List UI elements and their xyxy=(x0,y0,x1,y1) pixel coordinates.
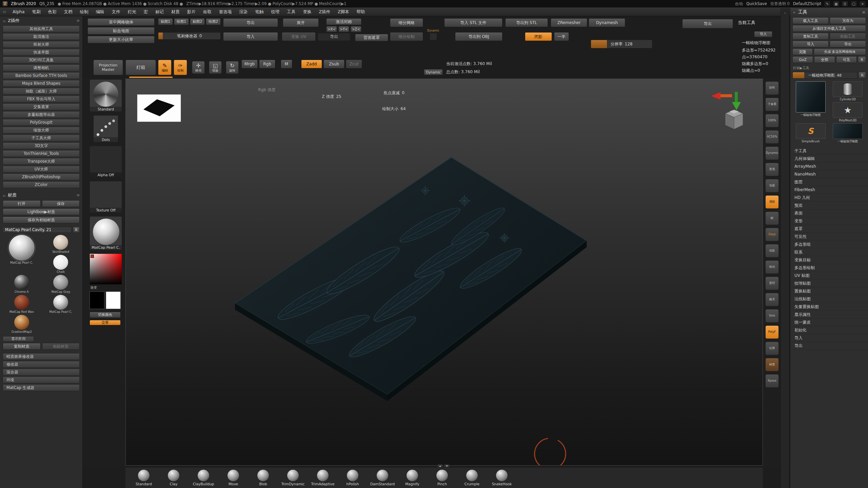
tool-section[interactable]: 导入 xyxy=(790,334,868,342)
alternate-color-button[interactable]: 交替 xyxy=(90,320,121,325)
tool-thumbnail[interactable]: 一幅植物浮雕图 xyxy=(830,123,866,144)
zplugin-item[interactable]: 3D打印工具集 xyxy=(3,57,80,63)
restore-window-icon[interactable]: ▢ xyxy=(851,1,856,6)
export-button[interactable]: 导出 xyxy=(223,18,278,27)
zplugin-item[interactable]: 取消激活 xyxy=(3,33,80,40)
lightbox-material-button[interactable]: Lightbox▶材质 xyxy=(3,208,80,215)
tool-section[interactable]: UV 贴图 xyxy=(790,272,868,280)
tool-section[interactable]: 表面 xyxy=(790,209,868,217)
brush-item[interactable]: TrimDynamic xyxy=(278,470,308,486)
shelf-icon-button[interactable]: BPR xyxy=(765,81,779,95)
export-uv-button[interactable]: 导出 xyxy=(317,32,351,41)
autosave-label[interactable]: 自动 xyxy=(735,1,743,6)
morph-uv-button[interactable]: 变换 UV xyxy=(282,32,316,41)
background-transparent-label[interactable]: 背景透明 0 xyxy=(770,1,790,6)
paint2-button[interactable]: 绘图2 xyxy=(206,18,221,25)
material-save-button[interactable]: 保存 xyxy=(42,200,80,207)
shelf-icon-button[interactable]: 帧 xyxy=(765,211,779,225)
tool-section[interactable]: 显示属性 xyxy=(790,311,868,319)
tool-section[interactable]: 多边形组 xyxy=(790,241,868,248)
import-button[interactable]: 导入 xyxy=(223,32,278,41)
gradient-label[interactable]: 渐变 xyxy=(90,285,123,290)
zplugin-item[interactable]: 抽取（减面）大师 xyxy=(3,88,80,95)
tool-section[interactable]: 法线贴图 xyxy=(790,295,868,303)
relief-model[interactable] xyxy=(126,79,763,465)
tool-section[interactable]: 变形 xyxy=(790,217,868,225)
paint1-button[interactable]: 绘图1 xyxy=(174,18,189,25)
tool-thumbnail[interactable]: SimpleBrush xyxy=(793,123,828,144)
shelf-icon-button[interactable]: Dynamic xyxy=(765,146,779,160)
zplugin-item[interactable]: 子工具大师 xyxy=(3,135,80,141)
material-section[interactable]: 修改器 xyxy=(3,361,80,368)
zplugin-item[interactable]: ZBrush到Photoshop xyxy=(3,174,80,180)
zplugin-item[interactable]: Bamboo Surface TTH tools xyxy=(3,72,80,79)
camera-gizmo[interactable] xyxy=(710,89,751,140)
zplugin-item[interactable]: 3D文字 xyxy=(3,142,80,149)
tool-section[interactable]: 导出 xyxy=(790,342,868,350)
close-icon[interactable]: ✕ xyxy=(860,1,865,6)
export-tool-button[interactable]: 导出 xyxy=(830,41,866,47)
menu-item[interactable]: Alpha xyxy=(9,7,28,16)
tool-section[interactable]: 可见性 xyxy=(790,233,868,241)
menu-item[interactable]: 编辑 xyxy=(92,7,108,16)
list-icon[interactable]: ☰ xyxy=(842,1,848,6)
goz-all-button[interactable]: 全部 xyxy=(814,56,835,63)
current-material-thumbnail[interactable]: MatCap Pearl C. xyxy=(90,216,122,250)
divide-button[interactable]: 细分网格 xyxy=(390,18,423,27)
zremesher-button[interactable]: ZRemesher xyxy=(551,18,587,27)
draw-button[interactable]: ✑ 绘制 xyxy=(174,60,187,75)
menu-grid-icon[interactable]: ⚏ xyxy=(3,9,6,14)
symmetry-x-toggle[interactable]: >X< xyxy=(326,26,337,32)
load-tool-button[interactable]: 载入工具 xyxy=(792,17,829,24)
shadow-button[interactable]: 闭影 xyxy=(525,32,552,41)
secondary-color-swatch[interactable] xyxy=(106,291,121,309)
brush-item[interactable]: Crumple xyxy=(457,470,487,486)
refresh-icon[interactable]: ⟳ xyxy=(77,194,80,197)
shelf-icon-button[interactable]: 缩放 xyxy=(765,244,779,258)
center-mesh-button[interactable]: 居中网格物体 xyxy=(87,18,155,26)
shelf-icon-button[interactable]: 轮廓 xyxy=(765,342,779,355)
shelf-icon-button[interactable]: AC50% xyxy=(765,130,779,144)
zsub-button[interactable]: Zsub xyxy=(323,60,344,68)
menu-item[interactable]: 影片 xyxy=(183,7,199,16)
material-swatch[interactable]: Chalk xyxy=(43,255,79,273)
material-section[interactable]: MatCap 生成器 xyxy=(3,384,80,391)
paste-material-button[interactable]: 粘贴材质 xyxy=(42,343,80,350)
tool-section[interactable]: 矢量置换贴图 xyxy=(790,303,868,311)
import-stl-button[interactable]: 导入 STL 文件 xyxy=(444,18,502,27)
pencil-icon[interactable]: ✎ xyxy=(825,1,830,6)
zplugin-item[interactable]: Transpose大师 xyxy=(3,158,80,165)
clone-button[interactable]: 克隆 xyxy=(792,48,813,55)
shelf-icon-button[interactable]: 材质 xyxy=(765,358,779,371)
resolution-slider[interactable]: 分辨率 128 xyxy=(591,40,652,48)
panel-divider[interactable]: ‹ xyxy=(781,8,789,488)
brush-item[interactable]: DamStandard xyxy=(368,470,397,486)
rgb-button[interactable]: Rgb xyxy=(259,60,275,68)
tool-section[interactable]: 置换贴图 xyxy=(790,287,868,295)
zplugin-item[interactable]: 交集遮罩 xyxy=(3,103,80,110)
material-section[interactable]: 混合器 xyxy=(3,369,80,375)
scale-button[interactable]: ◱ 缩放 xyxy=(209,61,222,74)
shelf-icon-button[interactable]: Solo xyxy=(765,309,779,323)
brush-item[interactable]: hPolish xyxy=(338,470,368,486)
default-zscript-button[interactable]: DefaultZScript xyxy=(793,1,821,6)
zplugin-item[interactable]: Maya Blend Shapes xyxy=(3,80,80,87)
paste-tool-button[interactable]: 粘贴工具 xyxy=(830,33,866,40)
shelf-icon-button[interactable]: 透视 xyxy=(765,163,779,176)
refresh-icon[interactable]: ⟳ xyxy=(77,19,80,23)
shelf-icon-button[interactable]: 局部 xyxy=(765,195,779,209)
import-tool-button[interactable]: 导入 xyxy=(754,31,772,37)
material-header[interactable]: ⚏ 材质 ⟳ xyxy=(0,191,82,199)
menu-item[interactable]: 材质 xyxy=(167,7,183,16)
rotate-button[interactable]: ↻ 旋转 xyxy=(226,61,239,74)
shelf-icon-button[interactable]: 幽灵 xyxy=(765,293,779,306)
menu-item[interactable]: 色彩 xyxy=(44,7,60,16)
goz-r-button[interactable]: R xyxy=(858,56,866,63)
tool-section[interactable]: ArrayMesh xyxy=(790,163,868,170)
copy-material-button[interactable]: 复制材质 xyxy=(3,343,41,350)
tool-section[interactable]: 联系 xyxy=(790,248,868,256)
save-startup-material-button[interactable]: 保存为初始材质 xyxy=(3,217,80,223)
tool-section[interactable]: 初始化 xyxy=(790,326,868,334)
material-section[interactable]: 环境 xyxy=(3,377,80,383)
texture2-button[interactable]: 贴图2 xyxy=(190,18,205,25)
